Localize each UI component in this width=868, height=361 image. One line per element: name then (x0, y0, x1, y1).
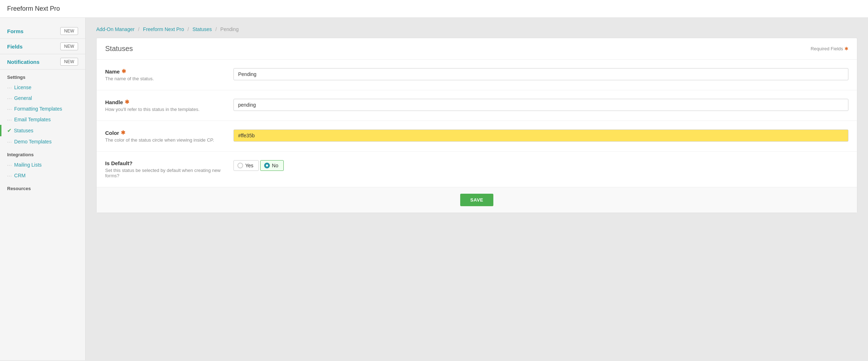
notifications-new-button[interactable]: NEW (60, 58, 78, 66)
general-label: General (14, 95, 32, 101)
forms-link[interactable]: Forms (7, 28, 24, 34)
app-header: Freeform Next Pro (0, 0, 868, 18)
dots-icon: ··· (7, 162, 12, 168)
form-footer: SAVE (97, 187, 857, 213)
yes-radio-circle (237, 163, 243, 168)
yes-radio-label: Yes (245, 163, 253, 168)
color-input[interactable] (233, 129, 848, 142)
sidebar-item-email-templates[interactable]: ··· Email Templates (0, 114, 85, 125)
name-input[interactable] (233, 68, 848, 80)
is-default-label: Is Default? (105, 160, 225, 166)
dots-icon: ··· (7, 139, 12, 144)
crm-label: CRM (14, 173, 26, 178)
name-label-col: Name ✱ The name of the status. (105, 68, 233, 81)
license-label: License (14, 85, 31, 90)
is-default-field-row: Is Default? Set this status be selected … (97, 152, 857, 187)
handle-input-col (233, 99, 848, 111)
name-input-col (233, 68, 848, 80)
breadcrumb-sep-1: / (138, 26, 139, 32)
breadcrumb-current: Pending (220, 26, 238, 32)
no-radio-option[interactable]: No (260, 160, 284, 171)
name-desc: The name of the status. (105, 76, 225, 81)
fields-link[interactable]: Fields (7, 44, 22, 50)
yes-radio-option[interactable]: Yes (233, 160, 259, 171)
sidebar-item-demo-templates[interactable]: ··· Demo Templates (0, 136, 85, 147)
mailing-lists-label: Mailing Lists (14, 162, 42, 168)
handle-required: ✱ (125, 99, 129, 105)
resources-section-title: Resources (0, 181, 85, 193)
formatting-templates-label: Formatting Templates (14, 106, 62, 112)
sidebar-item-license[interactable]: ··· License (0, 82, 85, 93)
color-input-col (233, 129, 848, 142)
demo-templates-label: Demo Templates (14, 139, 52, 144)
notifications-link[interactable]: Notifications (7, 59, 40, 65)
settings-section-title: Settings (0, 70, 85, 82)
main-layout: Forms NEW Fields NEW Notifications NEW S… (0, 18, 868, 360)
sidebar-item-formatting-templates[interactable]: ··· Formatting Templates (0, 103, 85, 114)
no-radio-circle (264, 163, 270, 168)
sidebar-item-mailing-lists[interactable]: ··· Mailing Lists (0, 159, 85, 170)
dots-icon: ··· (7, 173, 12, 178)
save-button[interactable]: SAVE (460, 194, 493, 206)
required-asterisk: ✱ (844, 46, 848, 51)
is-default-input-col: Yes No (233, 160, 848, 171)
dots-icon: ··· (7, 96, 12, 101)
panel-title: Statuses (105, 45, 133, 53)
form-panel: Statuses Required Fields ✱ Name ✱ The na… (96, 38, 857, 213)
handle-label-col: Handle ✱ How you'll refer to this status… (105, 99, 233, 112)
handle-input[interactable] (233, 99, 848, 111)
color-label-col: Color ✱ The color of the status circle w… (105, 129, 233, 143)
fields-new-button[interactable]: NEW (60, 42, 78, 50)
handle-field-row: Handle ✱ How you'll refer to this status… (97, 90, 857, 121)
form-panel-header: Statuses Required Fields ✱ (97, 38, 857, 60)
sidebar-item-statuses[interactable]: ✔ Statuses (0, 125, 85, 136)
required-label-text: Required Fields (811, 46, 843, 51)
color-label: Color ✱ (105, 129, 225, 136)
required-fields-label: Required Fields ✱ (811, 46, 848, 51)
sidebar-item-general[interactable]: ··· General (0, 93, 85, 103)
radio-group: Yes No (233, 160, 848, 171)
dots-icon: ··· (7, 106, 12, 112)
sidebar-item-notifications: Notifications NEW (0, 54, 85, 70)
app-title: Freeform Next Pro (7, 5, 861, 12)
name-required: ✱ (122, 68, 126, 75)
forms-new-button[interactable]: NEW (60, 27, 78, 35)
is-default-label-col: Is Default? Set this status be selected … (105, 160, 233, 178)
breadcrumb-statuses[interactable]: Statuses (192, 26, 212, 32)
breadcrumb: Add-On Manager / Freeform Next Pro / Sta… (96, 26, 857, 32)
statuses-label: Statuses (14, 128, 33, 133)
dots-icon: ··· (7, 117, 12, 122)
content-area: Add-On Manager / Freeform Next Pro / Sta… (86, 18, 868, 360)
breadcrumb-sep-3: / (215, 26, 217, 32)
breadcrumb-sep-2: / (188, 26, 189, 32)
email-templates-label: Email Templates (14, 117, 51, 122)
dots-icon: ··· (7, 85, 12, 90)
form-body: Name ✱ The name of the status. Handle (97, 60, 857, 187)
name-label: Name ✱ (105, 68, 225, 75)
integrations-section-title: Integrations (0, 147, 85, 159)
no-radio-label: No (272, 163, 278, 168)
sidebar-item-fields: Fields NEW (0, 39, 85, 54)
handle-desc: How you'll refer to this status in the t… (105, 107, 225, 112)
check-icon: ✔ (7, 127, 12, 134)
sidebar: Forms NEW Fields NEW Notifications NEW S… (0, 18, 86, 360)
name-field-row: Name ✱ The name of the status. (97, 60, 857, 90)
handle-label: Handle ✱ (105, 99, 225, 105)
color-required: ✱ (121, 129, 125, 136)
color-field-row: Color ✱ The color of the status circle w… (97, 121, 857, 152)
sidebar-item-forms: Forms NEW (0, 24, 85, 39)
breadcrumb-freeform[interactable]: Freeform Next Pro (143, 26, 184, 32)
sidebar-item-crm[interactable]: ··· CRM (0, 170, 85, 181)
breadcrumb-addon-manager[interactable]: Add-On Manager (96, 26, 134, 32)
is-default-desc: Set this status be selected by default w… (105, 168, 225, 178)
color-desc: The color of the status circle when view… (105, 137, 225, 143)
